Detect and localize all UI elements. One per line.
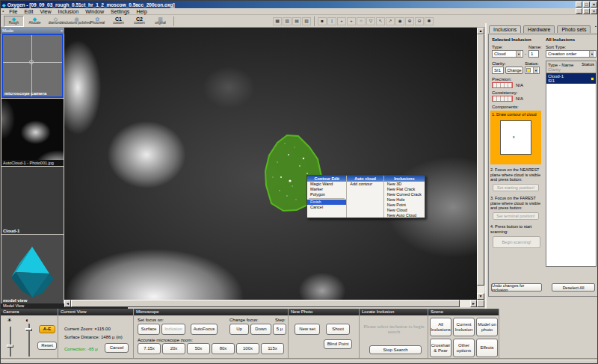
vertical-scroll-thumb[interactable] — [477, 34, 484, 286]
menu-help[interactable]: Help — [133, 9, 150, 14]
zoom-100x-button[interactable]: 100x — [236, 343, 259, 354]
precision-slider[interactable] — [492, 82, 513, 88]
zoom-80x-button[interactable]: 80x — [212, 343, 235, 354]
layout-rows-icon[interactable]: ▤ — [292, 17, 301, 25]
child-minimize-button[interactable]: _ — [576, 8, 582, 14]
contrast-slider-thumb[interactable] — [25, 328, 32, 331]
photoreal-button[interactable]: ✿ Photoreal — [87, 16, 108, 27]
crosshair-tool-icon[interactable]: + — [347, 17, 356, 25]
brightness-slider[interactable] — [10, 327, 11, 357]
menu-window[interactable]: Window — [82, 9, 107, 14]
name-field[interactable]: 1 — [528, 50, 539, 58]
other-options-button[interactable]: Other options — [453, 339, 475, 357]
menu-settings[interactable]: Settings — [108, 9, 132, 14]
cancel-correction-button[interactable]: Cancel — [105, 343, 129, 353]
tab-hardware[interactable]: Hardware — [523, 25, 555, 33]
zoom-115x-button[interactable]: 115x — [261, 343, 284, 354]
allocate-button[interactable]: ◆ Allocate — [25, 16, 45, 27]
close-button[interactable]: × — [591, 1, 597, 7]
minimize-button[interactable]: _ — [576, 1, 582, 7]
inclusions-polished-button[interactable]: ◉ inclusions polished — [67, 16, 87, 27]
thumb-cloud-1[interactable]: Cloud-1 — [1, 167, 64, 234]
list-header-clarity[interactable]: Clarity — [548, 67, 594, 72]
c1-custom-button[interactable]: C1 custom — [108, 16, 129, 27]
effects-button[interactable]: Effects — [476, 339, 498, 357]
menu-item-new-cloud[interactable]: New Cloud — [384, 208, 425, 213]
step-button[interactable]: 5 μ — [273, 324, 286, 335]
focus-inclusion-button[interactable]: Inclusion — [161, 324, 185, 335]
chevron-down-icon[interactable]: ▼ — [589, 51, 594, 57]
horizontal-scroll-thumb[interactable] — [71, 300, 460, 307]
focus-down-button[interactable]: Down — [250, 324, 271, 335]
sidebar-dock-titlebar[interactable]: Mode × — [1, 28, 64, 34]
original-button[interactable]: ▣ original — [150, 16, 170, 27]
stop-search-button[interactable]: Stop Search — [369, 345, 422, 354]
set-terminal-position-button[interactable]: Set terminal position! — [493, 212, 539, 220]
photo-canvas[interactable] — [64, 28, 477, 300]
rough-button[interactable]: ◆ Rough — [4, 16, 24, 27]
shoot-button[interactable]: Shoot — [326, 324, 350, 335]
blind-point-button[interactable]: Blind Point — [324, 339, 352, 349]
change-clarity-button[interactable]: Change — [505, 67, 523, 74]
scroll-left-icon[interactable]: ◄ — [64, 300, 71, 307]
zoom-in-icon[interactable]: ⊕ — [405, 17, 414, 25]
pointer-icon[interactable]: ✱ — [425, 17, 434, 25]
tab-inclusions[interactable]: Inclusions — [489, 25, 521, 33]
menu-item-cancel[interactable]: Cancel — [307, 205, 346, 210]
new-set-button[interactable]: New set — [295, 324, 320, 335]
menu-item-new-flat-crack[interactable]: New Flat Crack — [384, 187, 425, 192]
scroll-down-icon[interactable]: ▼ — [477, 293, 484, 300]
status-combo[interactable]: ▼ — [525, 67, 540, 74]
auto-exposure-button[interactable]: A-E — [39, 325, 55, 333]
all-inclusions-button[interactable]: All Inclusions — [430, 318, 451, 336]
focus-up-button[interactable]: Up — [229, 324, 249, 335]
menu-edit[interactable]: Edit — [21, 9, 36, 14]
menu-item-new-auto-cloud[interactable]: New Auto Cloud — [384, 213, 425, 218]
undo-changes-button[interactable]: Undo changes for inclusion — [491, 283, 542, 291]
thumb-model-view[interactable]: model view — [1, 235, 64, 303]
filter-tool-icon[interactable]: ▽ — [366, 17, 375, 25]
autofocus-button[interactable]: AutoFocus — [191, 324, 218, 335]
photo-vertical-scrollbar[interactable]: ▲ ▼ — [477, 28, 484, 300]
dock-close-icon[interactable]: × — [61, 28, 63, 33]
child-restore-button[interactable]: □ — [583, 8, 590, 14]
thumb-autocloud-photo[interactable]: AutoCloud-1 - Photo001.jpg — [1, 99, 64, 166]
menu-item-new-hole[interactable]: New Hole — [384, 197, 425, 203]
list-header-status[interactable]: Status — [582, 62, 594, 67]
menu-item-magic-wand[interactable]: Magic Wand — [307, 182, 346, 187]
sort-type-combo[interactable]: Creation order ▼ — [546, 50, 597, 58]
circle-tool-icon[interactable]: ○ — [357, 17, 366, 25]
thumb-microscope-camera[interactable]: microscope camera — [1, 34, 64, 98]
deselect-all-button[interactable]: Deselect All — [552, 283, 595, 291]
consistency-slider[interactable] — [492, 96, 513, 102]
menu-file[interactable]: File — [6, 9, 20, 14]
move-tool-icon[interactable]: + — [337, 17, 346, 25]
brightness-slider-thumb[interactable] — [7, 345, 13, 348]
child-close-button[interactable]: × — [591, 8, 597, 14]
zoom-7-15x-button[interactable]: 7.15x — [138, 343, 161, 354]
focus-surface-button[interactable]: Surface — [138, 324, 160, 335]
restore-button[interactable]: □ — [583, 1, 590, 7]
menu-view[interactable]: View — [37, 9, 54, 14]
menu-item-new-curved-crack[interactable]: New Curved Crack — [384, 192, 425, 197]
menu-item-finish[interactable]: Finish — [307, 200, 346, 205]
model-on-photo-button[interactable]: Model on photo — [476, 318, 498, 336]
zoom-50x-button[interactable]: 50x — [187, 343, 210, 354]
menu-item-new-point[interactable]: New Point — [384, 203, 425, 208]
crosshair-pear-button[interactable]: Crosshair & Pear — [430, 339, 451, 357]
photo-horizontal-scrollbar[interactable]: ◄ ► — [64, 300, 477, 307]
set-starting-position-button[interactable]: Set starting position! — [493, 184, 539, 191]
chevron-down-icon[interactable]: ▼ — [533, 67, 538, 73]
clarity-field[interactable]: SI1 — [492, 67, 504, 74]
menu-item-new-3d[interactable]: New 3D — [384, 182, 425, 187]
panel-pin-icon[interactable]: ▪ — [595, 24, 597, 28]
menu-item-polygon[interactable]: Polygon — [307, 192, 346, 197]
arrow-ne-icon[interactable]: ↗ — [386, 17, 395, 25]
scroll-up-icon[interactable]: ▲ — [477, 28, 484, 34]
menu-item-add-contour[interactable]: Add contour — [347, 182, 383, 187]
layout-quad-icon[interactable]: ▧ — [302, 17, 311, 25]
reset-button[interactable]: Reset — [37, 342, 57, 350]
tab-photo-sets[interactable]: Photo sets — [557, 25, 591, 33]
c2-custom-button[interactable]: C2 custom — [129, 16, 150, 27]
menu-inclusion[interactable]: Inclusion — [55, 9, 82, 14]
